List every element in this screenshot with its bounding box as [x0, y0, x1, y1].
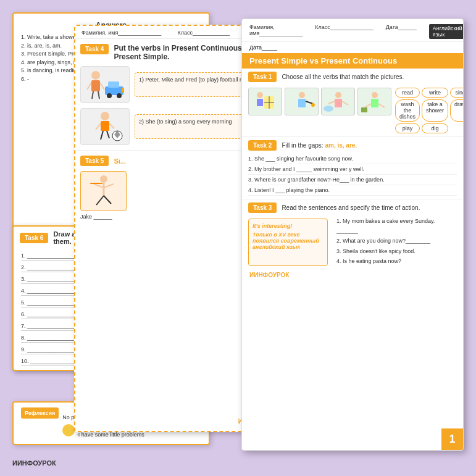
verb-dig: dig: [422, 123, 448, 133]
task1-section: Task 1 Choose all the verbs that match t…: [242, 69, 463, 137]
verb-draw: draw: [450, 99, 464, 122]
task4-image-person: [80, 66, 130, 103]
right-page: Фамилия, имя______________ Класс________…: [241, 19, 464, 451]
header-name: Фамилия, имя______________: [81, 30, 161, 36]
logo-icon: И: [12, 459, 17, 467]
right-header-lang: Английский язык: [429, 24, 464, 39]
task1-badge: Task 1: [248, 72, 277, 82]
right-header-name: Фамилия, имя______________: [249, 24, 303, 39]
svg-rect-24: [90, 183, 102, 184]
verb-write: write: [422, 88, 448, 98]
svg-line-32: [306, 101, 313, 104]
verb-wash: wash the dishes: [395, 99, 420, 122]
task2-instruction: Fill in the gaps: am, is, are.: [282, 142, 357, 149]
svg-point-25: [257, 92, 263, 98]
task2-item-4: 4. Listen! I ___ playing the piano.: [248, 185, 457, 196]
svg-point-8: [107, 93, 112, 98]
svg-line-4: [92, 91, 93, 99]
svg-point-39: [372, 92, 378, 98]
task2-section: Task 2 Fill in the gaps: am, is, are. 1.…: [242, 137, 463, 199]
verb-play: play: [395, 123, 420, 133]
task3-q1: 1. My mom bakes a cake every Sunday. ___…: [336, 216, 457, 236]
svg-point-33: [311, 103, 315, 107]
svg-line-41: [365, 104, 371, 107]
task5-badge: Task 5: [80, 156, 109, 166]
svg-rect-1: [91, 80, 100, 91]
task3-q3: 3. Sheila doesn't like spicy food.: [336, 246, 457, 256]
task1-pictures: [248, 85, 391, 133]
verb-grid: read write sing wash the dishes take a s…: [395, 88, 464, 133]
task4-image-soccer: [80, 108, 130, 145]
svg-line-23: [104, 196, 111, 204]
verb-pic-3: [321, 88, 355, 115]
svg-line-2: [87, 83, 91, 90]
svg-line-5: [98, 91, 99, 99]
svg-rect-31: [298, 99, 306, 107]
header-class: Класс____________: [177, 30, 230, 36]
interesting-box: It's interesting! Только в XV веке появи…: [248, 219, 328, 266]
svg-line-3: [100, 83, 104, 90]
task2-item-3: 3. Where is our grandfather now?-He___ i…: [248, 175, 457, 185]
svg-point-18: [100, 175, 107, 183]
svg-point-34: [335, 92, 341, 98]
task2-badge: Task 2: [248, 140, 277, 151]
verb-sing: sing: [450, 88, 464, 98]
right-header-class: Класс______________: [315, 24, 374, 39]
task3-questions: 1. My mom bakes a cake every Sunday. ___…: [336, 216, 457, 266]
svg-rect-43: [361, 107, 367, 112]
task3-section: Task 3 Read the sentences and specify th…: [242, 199, 463, 269]
task3-header: Task 3 Read the sentences and specify th…: [248, 203, 457, 213]
svg-line-15: [101, 131, 103, 140]
circle-icon: [62, 424, 75, 436]
interesting-title: It's interesting!: [253, 223, 324, 229]
svg-line-20: [94, 184, 104, 188]
verb-pic-2: [285, 88, 319, 115]
svg-line-16: [107, 131, 109, 138]
task2-items: 1. She ___ singing her favourite song no…: [248, 154, 457, 196]
svg-rect-7: [108, 81, 119, 88]
svg-line-22: [96, 196, 104, 205]
task2-item-1: 1. She ___ singing her favourite song no…: [248, 154, 457, 164]
task1-header: Task 1 Choose all the verbs that match t…: [248, 72, 457, 82]
task3-badge: Task 3: [248, 203, 277, 213]
task1-verbs: read write sing wash the dishes take a s…: [395, 85, 464, 133]
svg-line-36: [328, 101, 335, 104]
svg-point-30: [299, 92, 305, 98]
verb-pic-4: [357, 88, 391, 115]
svg-line-21: [104, 184, 114, 188]
right-header: Фамилия, имя______________ Класс________…: [242, 19, 463, 42]
task3-instruction: Read the sentences and specify the time …: [282, 204, 420, 211]
task5-instruction: Si...: [114, 157, 126, 165]
svg-line-13: [96, 123, 101, 130]
svg-line-42: [378, 104, 385, 107]
task2-header: Task 2 Fill in the gaps: am, is, are.: [248, 140, 457, 151]
task4-badge: Task 4: [80, 44, 109, 54]
svg-point-9: [117, 93, 122, 98]
verb-pictures: [248, 88, 391, 115]
interesting-text: Только в XV веке появился современный ан…: [253, 232, 324, 250]
reflexia-label: Рефлексия: [21, 407, 59, 419]
right-date: Дата_____: [242, 42, 463, 53]
svg-rect-40: [371, 99, 378, 107]
svg-rect-12: [101, 121, 109, 131]
svg-point-38: [324, 106, 333, 112]
svg-line-37: [342, 101, 348, 105]
right-header-date: Дата______: [386, 24, 417, 39]
page-container: Answers 1. Write, take a shower, draw, p…: [0, 0, 476, 476]
svg-point-0: [91, 71, 100, 80]
svg-rect-10: [122, 88, 124, 93]
svg-rect-26: [257, 99, 263, 106]
task3-q4: 4. Is he eating pasta now?: [336, 256, 457, 266]
back-logo: ИИНФОУРОК: [12, 459, 56, 467]
task1-content: read write sing wash the dishes take a s…: [248, 85, 457, 133]
page-number: 1: [441, 428, 463, 450]
task2-item-2: 2. My brother and I _____ swimming ver y…: [248, 164, 457, 175]
svg-rect-35: [335, 99, 342, 107]
svg-point-11: [101, 112, 109, 120]
gymnast-image: [80, 171, 127, 211]
right-title: Present Simple vs Present Continuous: [242, 53, 463, 69]
verb-read: read: [395, 88, 420, 98]
task1-instruction: Choose all the verbs that match the pict…: [282, 73, 404, 80]
right-logo: ИИНФОУРОК: [242, 269, 463, 281]
task3-q2: 2. What are you doing now?________: [336, 236, 457, 246]
